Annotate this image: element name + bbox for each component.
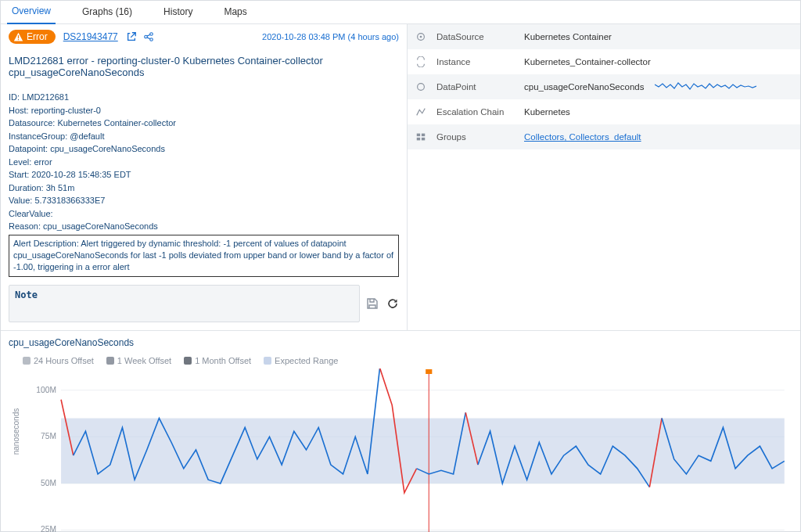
alert-timestamp: 2020-10-28 03:48 PM (4 hours ago)	[262, 32, 399, 41]
svg-rect-10	[422, 134, 425, 137]
alert-details: ID: LMD212681 Host: reporting-cluster-0 …	[9, 91, 399, 233]
info-row-datapoint: DataPoint cpu_usageCoreNanoSeconds	[408, 74, 800, 99]
svg-rect-11	[422, 138, 425, 141]
y-axis-label: nanoseconds	[12, 408, 20, 455]
detail-value: 5.73318366333E7	[34, 196, 105, 205]
datapoint-icon	[415, 81, 426, 92]
info-row-instance: Instance Kubernetes_Container-collector	[408, 49, 800, 74]
chart-legend: 24 Hours Offset 1 Week Offset 1 Month Of…	[23, 356, 792, 365]
warning-icon	[13, 32, 23, 42]
detail-datasource: Kubernetes Container-collector	[57, 118, 176, 128]
tab-bar: Overview Graphs (16) History Maps	[1, 1, 800, 24]
detail-instance-group: @default	[70, 131, 104, 141]
alert-header: Error DS21943477 2020-10-28 03:48 PM (4 …	[9, 30, 399, 44]
svg-point-4	[149, 38, 153, 41]
svg-text:25M: 25M	[41, 525, 56, 532]
note-input[interactable]: Note	[9, 285, 360, 322]
svg-point-6	[420, 36, 422, 38]
escalation-icon	[415, 106, 426, 117]
chart-plot: nanoseconds 025M50M75M100M	[24, 368, 792, 532]
detail-reason: cpu_usageCoreNanoSeconds	[43, 221, 158, 231]
svg-rect-24	[426, 369, 432, 374]
info-datapoint-value: cpu_usageCoreNanoSeconds	[524, 82, 644, 92]
share-icon[interactable]	[143, 31, 154, 42]
note-row: Note	[9, 285, 399, 322]
svg-point-3	[149, 33, 153, 36]
tab-history[interactable]: History	[159, 1, 197, 24]
alert-title: LMD212681 error - reporting-cluster-0 Ku…	[9, 55, 399, 78]
svg-rect-22	[61, 418, 785, 483]
sparkline	[655, 80, 756, 94]
info-row-groups: Groups Collectors, Collectors_default	[408, 124, 800, 149]
detail-datapoint: cpu_usageCoreNanoSeconds	[50, 144, 165, 153]
tab-maps[interactable]: Maps	[219, 1, 251, 24]
info-escalation-value: Kubernetes	[524, 107, 570, 117]
detail-level: error	[34, 157, 52, 167]
datasource-icon	[415, 31, 426, 42]
legend-expected[interactable]: Expected Range	[264, 356, 338, 365]
svg-text:100M: 100M	[36, 386, 56, 394]
refresh-icon[interactable]	[386, 297, 399, 310]
datasource-link[interactable]: DS21943477	[63, 31, 118, 42]
info-row-escalation: Escalation Chain Kubernetes	[408, 99, 800, 124]
svg-rect-8	[417, 134, 420, 137]
detail-host: reporting-cluster-0	[31, 106, 101, 115]
chart-title: cpu_usageCoreNanoSeconds	[9, 337, 792, 348]
info-table-pane: DataSource Kubernetes Container Instance…	[408, 24, 800, 330]
info-instance-value: Kubernetes_Container-collector	[524, 57, 651, 66]
svg-rect-1	[18, 38, 19, 39]
info-groups-link[interactable]: Collectors, Collectors_default	[524, 132, 641, 142]
top-section: Error DS21943477 2020-10-28 03:48 PM (4 …	[1, 24, 800, 331]
chart-section: cpu_usageCoreNanoSeconds 24 Hours Offset…	[1, 331, 800, 532]
open-external-icon[interactable]	[126, 31, 137, 42]
severity-label: Error	[27, 31, 48, 42]
severity-badge: Error	[9, 30, 56, 44]
legend-1m[interactable]: 1 Month Offset	[184, 356, 251, 365]
svg-text:50M: 50M	[41, 479, 56, 487]
svg-rect-0	[18, 35, 19, 38]
save-icon[interactable]	[366, 297, 379, 310]
legend-24h[interactable]: 24 Hours Offset	[23, 356, 94, 365]
alert-description-box: Alert Description: Alert triggered by dy…	[9, 235, 399, 277]
detail-id: LMD212681	[22, 92, 69, 102]
svg-point-2	[144, 35, 147, 38]
instance-icon	[415, 56, 426, 67]
chart-svg: 025M50M75M100M	[24, 368, 792, 532]
groups-icon	[415, 131, 426, 142]
alert-summary-pane: Error DS21943477 2020-10-28 03:48 PM (4 …	[1, 24, 408, 330]
alert-detail-frame: Overview Graphs (16) History Maps Error …	[0, 0, 801, 532]
tab-overview[interactable]: Overview	[7, 1, 56, 24]
info-row-datasource: DataSource Kubernetes Container	[408, 24, 800, 49]
info-datasource-value: Kubernetes Container	[524, 32, 612, 41]
legend-1w[interactable]: 1 Week Offset	[106, 356, 171, 365]
detail-start: 2020-10-28 15:48:35 EDT	[31, 170, 131, 179]
svg-point-7	[418, 84, 425, 91]
detail-duration: 3h 51m	[46, 183, 75, 192]
tab-graphs[interactable]: Graphs (16)	[77, 1, 137, 24]
svg-rect-9	[417, 138, 420, 141]
svg-text:75M: 75M	[41, 432, 56, 440]
